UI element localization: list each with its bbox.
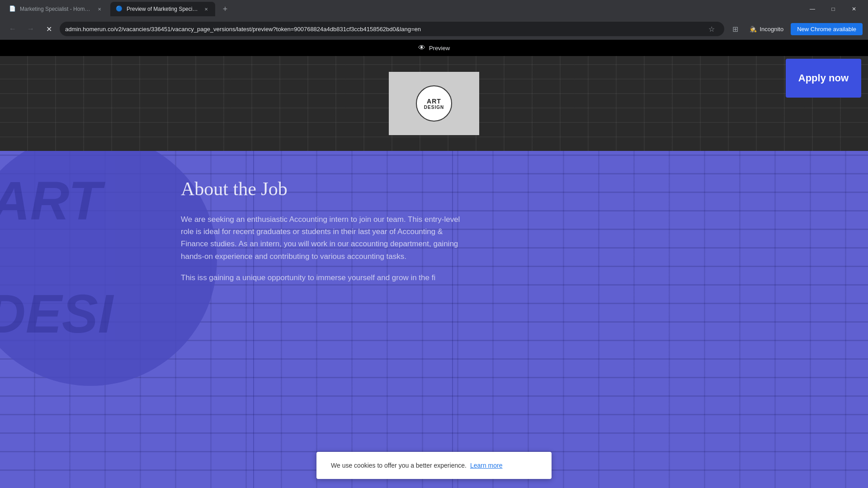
tab-1-title: Marketing Specialist - Homerun [20, 6, 92, 12]
about-heading: About the Job [181, 178, 470, 200]
tab-1-favicon: 📄 [9, 5, 16, 13]
tab-1-close[interactable]: ✕ [96, 5, 103, 13]
bookmark-icon[interactable]: ☆ [704, 22, 719, 36]
browser-frame: 📄 Marketing Specialist - Homerun ✕ 🔵 Pre… [0, 0, 868, 488]
preview-bar: 👁 Preview [0, 40, 868, 56]
address-bar[interactable]: admin.homerun.co/v2/vacancies/336451/vac… [60, 22, 724, 36]
about-paragraph-1: We are seeking an enthusiastic Accountin… [181, 213, 470, 263]
apply-now-button[interactable]: Apply now [786, 59, 861, 98]
title-bar: 📄 Marketing Specialist - Homerun ✕ 🔵 Pre… [0, 0, 868, 18]
tab-2[interactable]: 🔵 Preview of Marketing Specialis... ✕ [110, 2, 215, 16]
tab-2-close[interactable]: ✕ [203, 5, 210, 13]
incognito-icon: 🕵 [750, 26, 757, 33]
about-paragraph-2: This iss gaining a unique opportunity to… [181, 272, 470, 284]
content-area: About the Job We are seeking an enthusia… [172, 151, 488, 311]
logo-design-text: DESIGN [424, 105, 444, 110]
maximize-button[interactable]: □ [823, 2, 844, 16]
incognito-label: Incognito [760, 26, 783, 33]
toolbar-actions: ⊞ 🕵 Incognito New Chrome available [728, 22, 863, 36]
logo-art-text: ART [427, 98, 441, 105]
preview-label: Preview [429, 45, 450, 52]
watermark-line1: ART [0, 174, 101, 228]
incognito-button[interactable]: 🕵 Incognito [744, 23, 789, 35]
toolbar: ← → ✕ admin.homerun.co/v2/vacancies/3364… [0, 18, 868, 40]
cookie-banner: We use cookies to offer you a better exp… [316, 452, 552, 479]
address-text: admin.homerun.co/v2/vacancies/336451/vac… [65, 26, 701, 33]
tab-1[interactable]: 📄 Marketing Specialist - Homerun ✕ [4, 2, 108, 16]
logo-container: ART DESIGN [389, 72, 479, 135]
tab-2-title: Preview of Marketing Specialis... [127, 6, 199, 12]
extensions-icon[interactable]: ⊞ [728, 22, 742, 36]
company-logo: ART DESIGN [416, 85, 452, 122]
close-button[interactable]: ✕ [844, 2, 864, 16]
preview-icon: 👁 [418, 44, 425, 52]
forward-button[interactable]: → [24, 22, 38, 36]
cookie-text: We use cookies to offer you a better exp… [331, 462, 467, 469]
main-section: ART DESI About the Job We are seeking an… [0, 151, 868, 488]
new-chrome-button[interactable]: New Chrome available [791, 23, 863, 35]
back-button[interactable]: ← [5, 22, 20, 36]
new-tab-button[interactable]: + [219, 3, 231, 15]
learn-more-link[interactable]: Learn more [470, 462, 503, 469]
watermark-line2: DESI [0, 286, 113, 341]
minimize-button[interactable]: — [802, 2, 823, 16]
reload-button[interactable]: ✕ [42, 22, 56, 36]
tab-2-favicon: 🔵 [116, 5, 123, 13]
hero-section: ART DESIGN [0, 56, 868, 151]
page-content: Apply now ART DESIGN ART DESI [0, 56, 868, 488]
